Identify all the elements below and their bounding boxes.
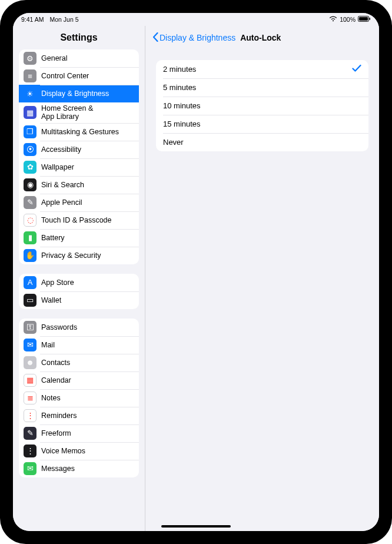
sidebar-item-display[interactable]: ☀Display & Brightness: [19, 85, 139, 102]
status-time: 9:41 AM: [21, 16, 44, 23]
sidebar-item-label: Calendar: [41, 376, 71, 384]
sidebar-item-label: Multitasking & Gestures: [41, 128, 119, 136]
sidebar-item-siri[interactable]: ◉Siri & Search: [19, 176, 139, 194]
sidebar-item-label: Contacts: [41, 359, 70, 367]
sidebar-item-privacy[interactable]: ✋Privacy & Security: [19, 247, 139, 264]
sidebar-item-wallpaper[interactable]: ✿Wallpaper: [19, 158, 139, 176]
gear-icon: ⚙︎: [24, 52, 36, 65]
ipad-frame: 9:41 AM Mon Jun 5 100% Settings ⚙︎Genera…: [0, 0, 392, 544]
sidebar-item-reminders[interactable]: ⋮Reminders: [19, 407, 139, 424]
sidebar-title: Settings: [13, 26, 145, 49]
auto-lock-option[interactable]: Never: [156, 133, 368, 151]
grid-icon: ▦: [24, 106, 36, 119]
detail-navbar: Display & Brightness Auto-Lock: [145, 26, 379, 49]
sidebar-item-passwords[interactable]: ⚿Passwords: [19, 319, 139, 336]
auto-lock-option[interactable]: 5 minutes: [156, 78, 368, 97]
sidebar-item-label: Siri & Search: [41, 181, 84, 189]
chevron-left-icon: [152, 32, 160, 44]
sidebar-item-label: Voice Memos: [41, 447, 85, 455]
sidebar-item-control-center[interactable]: ≡Control Center: [19, 67, 139, 85]
sidebar-item-label: Freeform: [41, 429, 71, 437]
sidebar-item-notes[interactable]: ≣Notes: [19, 389, 139, 407]
sidebar-item-label: Display & Brightness: [41, 89, 109, 98]
sidebar-item-battery[interactable]: ▮Battery: [19, 229, 139, 247]
sidebar-item-home-screen[interactable]: ▦Home Screen & App Library: [19, 102, 139, 123]
sidebar-item-label: Battery: [41, 234, 65, 242]
home-indicator: [161, 525, 231, 528]
sidebar-item-label: Home Screen & App Library: [41, 104, 93, 121]
sidebar-item-label: Apple Pencil: [41, 198, 82, 207]
contacts-icon: ☻: [24, 356, 36, 369]
sidebar-item-messages[interactable]: ✉Messages: [19, 460, 139, 477]
sidebar-item-label: Wallpaper: [41, 163, 74, 171]
sidebar-group: AApp Store▭Wallet: [19, 274, 139, 309]
fingerprint-icon: ◌: [24, 214, 36, 227]
sidebar-item-label: App Store: [41, 278, 74, 287]
sidebar-item-label: Messages: [41, 465, 75, 473]
siri-icon: ◉: [24, 178, 36, 191]
status-bar: 9:41 AM Mon Jun 5 100%: [13, 13, 379, 26]
sidebar-group: ⚙︎General≡Control Center☀Display & Brigh…: [19, 49, 139, 264]
squares-icon: ❐: [24, 125, 36, 138]
wifi-icon: [329, 16, 337, 23]
sidebar-item-mail[interactable]: ✉Mail: [19, 336, 139, 354]
sidebar: Settings ⚙︎General≡Control Center☀Displa…: [13, 26, 145, 531]
key-icon: ⚿: [24, 321, 36, 334]
sidebar-item-wallet[interactable]: ▭Wallet: [19, 291, 139, 309]
battery-percentage: 100%: [340, 16, 356, 23]
auto-lock-option[interactable]: 10 minutes: [156, 97, 368, 115]
sidebar-item-voicememos[interactable]: ⋮Voice Memos: [19, 442, 139, 460]
sidebar-item-accessibility[interactable]: ⦿Accessibility: [19, 141, 139, 158]
sidebar-item-app-store[interactable]: AApp Store: [19, 274, 139, 291]
option-label: 2 minutes: [163, 65, 352, 74]
detail-title: Auto-Lock: [240, 33, 281, 42]
sidebar-item-label: Mail: [41, 341, 55, 349]
switches-icon: ≡: [24, 69, 36, 82]
sidebar-item-label: Reminders: [41, 412, 77, 420]
voice-icon: ⋮: [24, 445, 36, 457]
sidebar-item-label: Passwords: [41, 323, 77, 331]
split-view: Settings ⚙︎General≡Control Center☀Displa…: [13, 26, 379, 531]
calendar-icon: ▦: [24, 374, 36, 387]
check-icon: [352, 64, 361, 74]
sidebar-item-label: Wallet: [41, 296, 61, 304]
auto-lock-options: 2 minutes5 minutes10 minutes15 minutesNe…: [156, 60, 368, 151]
option-label: 15 minutes: [163, 120, 361, 128]
sidebar-item-label: Notes: [41, 394, 61, 402]
back-label: Display & Brightness: [160, 33, 235, 42]
reminders-icon: ⋮: [24, 409, 36, 422]
sidebar-item-touchid[interactable]: ◌Touch ID & Passcode: [19, 211, 139, 229]
sidebar-list[interactable]: ⚙︎General≡Control Center☀Display & Brigh…: [13, 49, 145, 531]
option-label: 5 minutes: [163, 83, 361, 92]
sidebar-group: ⚿Passwords✉Mail☻Contacts▦Calendar≣Notes⋮…: [19, 319, 139, 477]
sidebar-item-freeform[interactable]: ✎Freeform: [19, 424, 139, 442]
sidebar-item-label: Control Center: [41, 72, 89, 80]
svg-rect-1: [359, 17, 368, 21]
battery-icon: [358, 16, 371, 23]
hand-icon: ✋: [24, 249, 36, 262]
sidebar-item-multitasking[interactable]: ❐Multitasking & Gestures: [19, 123, 139, 141]
envelope-icon: ✉: [24, 339, 36, 351]
sidebar-item-label: Privacy & Security: [41, 251, 101, 260]
status-date: Mon Jun 5: [50, 16, 79, 23]
sidebar-item-apple-pencil[interactable]: ✎Apple Pencil: [19, 194, 139, 211]
sidebar-item-general[interactable]: ⚙︎General: [19, 49, 139, 67]
screen: 9:41 AM Mon Jun 5 100% Settings ⚙︎Genera…: [13, 13, 379, 531]
notes-icon: ≣: [24, 392, 36, 404]
sidebar-item-label: General: [41, 54, 67, 62]
option-label: 10 minutes: [163, 101, 361, 110]
svg-rect-2: [370, 18, 371, 20]
sidebar-item-label: Accessibility: [41, 145, 81, 154]
detail-pane: Display & Brightness Auto-Lock 2 minutes…: [145, 26, 379, 531]
person-icon: ⦿: [24, 143, 36, 156]
auto-lock-option[interactable]: 2 minutes: [156, 60, 368, 78]
flower-icon: ✿: [24, 161, 36, 174]
auto-lock-option[interactable]: 15 minutes: [156, 115, 368, 133]
back-button[interactable]: Display & Brightness: [152, 32, 235, 44]
battery-icon: ▮: [24, 231, 36, 244]
sidebar-item-contacts[interactable]: ☻Contacts: [19, 354, 139, 371]
detail-content: 2 minutes5 minutes10 minutes15 minutesNe…: [145, 49, 379, 531]
appstore-icon: A: [24, 276, 36, 289]
pencil-icon: ✎: [24, 196, 36, 209]
sidebar-item-calendar[interactable]: ▦Calendar: [19, 371, 139, 389]
